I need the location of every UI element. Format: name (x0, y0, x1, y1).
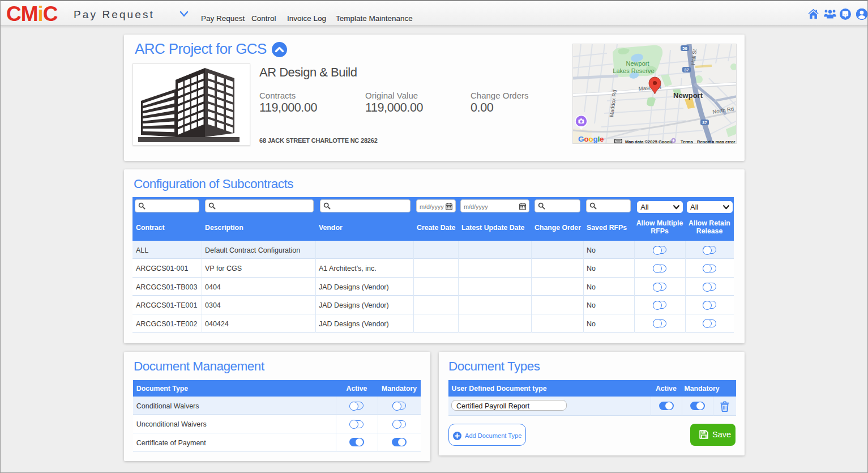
svg-text:o: o (589, 135, 593, 143)
svg-text:Newport: Newport (673, 91, 703, 100)
svg-text:Report a map error: Report a map error (697, 139, 736, 144)
svg-text:Lakes Reserve: Lakes Reserve (613, 67, 654, 74)
svg-text:e: e (600, 135, 604, 143)
svg-text:Newport: Newport (626, 60, 649, 67)
svg-text:g: g (593, 135, 598, 143)
svg-text:G: G (578, 135, 584, 143)
svg-text:56: 56 (682, 46, 687, 51)
svg-text:Terms: Terms (681, 139, 693, 144)
svg-text:o: o (584, 135, 589, 143)
svg-text:Map data ©2025 Google: Map data ©2025 Google (625, 139, 673, 144)
svg-text:37: 37 (702, 120, 707, 125)
svg-text:37: 37 (684, 67, 689, 73)
